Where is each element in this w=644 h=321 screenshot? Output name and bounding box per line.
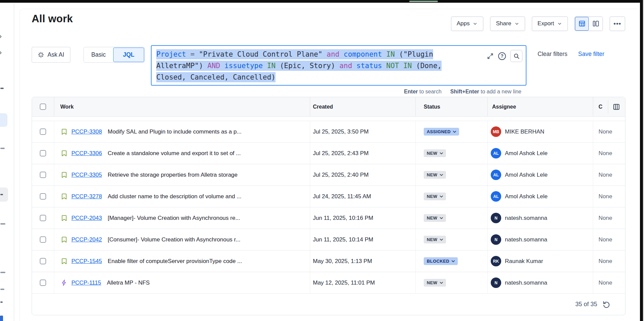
issue-key-link[interactable]: PCCP-3278 [71,193,102,200]
sidebar-item-fragment [0,301,3,303]
ellipsis-icon: ••• [614,20,621,27]
filter-links: Clear filters Save filter [538,51,604,58]
status-badge[interactable]: NEW [424,171,446,179]
extra-cell: None [593,251,625,272]
jql-editor-icons: ? [487,50,522,62]
detail-view-icon [592,20,600,27]
issue-type-icon [60,258,68,265]
status-label: NEW [427,151,438,156]
row-checkbox[interactable] [40,193,46,200]
more-actions-button[interactable]: ••• [610,17,625,31]
table-row[interactable]: PCCP-3305 Retrieve the storage propertie… [32,164,625,186]
column-header-assignee[interactable]: Assignee [488,97,593,116]
checkbox-cell [32,164,54,185]
header-checkbox-cell [32,97,54,116]
work-table: Work Created Status Assignee C PCCP-3308… [32,97,625,315]
refresh-icon [603,300,610,308]
column-header-work[interactable]: Work [54,97,310,116]
status-cell: NEW [416,143,488,164]
export-button[interactable]: Export [532,17,568,31]
save-filter-button[interactable]: Save filter [578,51,605,58]
jql-mode-button[interactable]: JQL [113,48,144,62]
chevron-right-icon[interactable] [0,50,3,56]
status-cell: NEW [416,164,488,185]
sidebar-collapsed [0,3,14,321]
table-header: Work Created Status Assignee C [32,97,625,117]
app-window: All work Apps Share Export ••• Ask AI [0,0,644,321]
table-row[interactable]: PCCP-1545 Enable filter of computeServer… [32,251,625,272]
created-cell: Jul 25, 2025, 2:40 PM [310,164,416,185]
sidebar-item-fragment [0,316,3,321]
share-button[interactable]: Share [490,17,525,31]
partial-row [32,117,625,121]
table-view-button[interactable] [575,17,589,31]
status-badge[interactable]: ASSIGNED [424,128,459,136]
issue-type-icon [60,214,68,222]
share-button-label: Share [496,20,511,27]
help-icon[interactable]: ? [498,52,506,60]
table-row[interactable]: PCCP-3308 Modify SAL and Plugin to inclu… [32,121,625,143]
configure-columns-button[interactable] [612,102,621,112]
row-checkbox[interactable] [40,236,46,243]
assignee-name: natesh.somanna [505,280,547,286]
row-checkbox[interactable] [40,280,46,286]
column-header-status[interactable]: Status [416,97,488,116]
status-badge[interactable]: NEW [424,214,446,222]
checkbox-cell [32,207,54,229]
table-row[interactable]: PCCP-3278 Add cluster name to the descri… [32,186,625,207]
top-bar-accent [409,1,438,2]
created-cell: May 12, 2025, 11:01 PM [310,272,416,293]
shift-enter-hint: Shift+Enter to add a new line [450,89,521,95]
issue-key-link[interactable]: PCCP-2043 [71,215,102,222]
row-checkbox[interactable] [40,258,46,264]
table-row[interactable]: PCCP-1115 Alletra MP - NFS May 12, 2025,… [32,272,625,294]
page-title: All work [32,13,73,25]
work-cell: PCCP-3306 Create a standalone volume and… [54,143,310,164]
issue-key-link[interactable]: PCCP-1545 [71,258,102,265]
issue-key-link[interactable]: PCCP-3308 [71,128,102,135]
issue-key-link[interactable]: PCCP-3306 [71,150,102,157]
detail-view-button[interactable] [589,17,603,31]
issue-type-icon [60,236,68,243]
issue-key-link[interactable]: PCCP-3305 [71,172,102,178]
issue-summary: Alletra MP - NFS [107,280,150,286]
work-cell: PCCP-3308 Modify SAL and Plugin to inclu… [54,121,310,142]
basic-mode-button[interactable]: Basic [84,51,113,58]
checkbox-cell [32,229,54,250]
issue-key-link[interactable]: PCCP-1115 [71,280,101,286]
table-row[interactable]: PCCP-2043 [Manager]- Volume Creation wit… [32,207,625,229]
enter-hint: Enter to search [404,89,442,95]
expand-icon[interactable] [487,53,494,60]
clear-filters-button[interactable]: Clear filters [538,51,568,58]
assignee-name: MIKE BERHAN [505,128,544,135]
refresh-button[interactable] [603,300,610,308]
search-button[interactable] [510,50,522,62]
sidebar-item-selected[interactable] [0,113,7,127]
table-row[interactable]: PCCP-3306 Create a standalone volume and… [32,143,625,164]
chevron-right-icon[interactable] [0,34,3,39]
status-badge[interactable]: NEW [424,279,446,287]
sidebar-item-fragment [0,223,5,225]
ask-ai-button[interactable]: Ask AI [32,47,70,63]
row-checkbox[interactable] [40,150,46,156]
table-row[interactable]: PCCP-2042 [Consumer]- Volume Creation wi… [32,229,625,251]
apps-button[interactable]: Apps [451,17,484,31]
work-cell: PCCP-3278 Add cluster name to the descri… [54,186,310,207]
assignee-cell: MB MIKE BERHAN [488,121,593,142]
status-badge[interactable]: NEW [424,236,446,243]
jql-query-input[interactable]: Project = "Private Cloud Control Plane" … [151,45,526,86]
row-checkbox[interactable] [40,172,46,178]
checkbox-cell [32,251,54,272]
select-all-checkbox[interactable] [40,104,46,110]
status-cell: ASSIGNED [416,121,488,142]
column-header-created[interactable]: Created [310,97,416,116]
status-badge[interactable]: NEW [424,193,446,200]
row-checkbox[interactable] [40,128,46,135]
table-body: PCCP-3308 Modify SAL and Plugin to inclu… [32,121,625,294]
status-badge[interactable]: NEW [424,149,446,157]
work-cell: PCCP-3305 Retrieve the storage propertie… [54,164,310,185]
row-checkbox[interactable] [40,215,46,221]
status-label: NEW [427,237,438,242]
issue-key-link[interactable]: PCCP-2042 [71,236,102,243]
status-badge[interactable]: BLOCKED [424,257,458,265]
